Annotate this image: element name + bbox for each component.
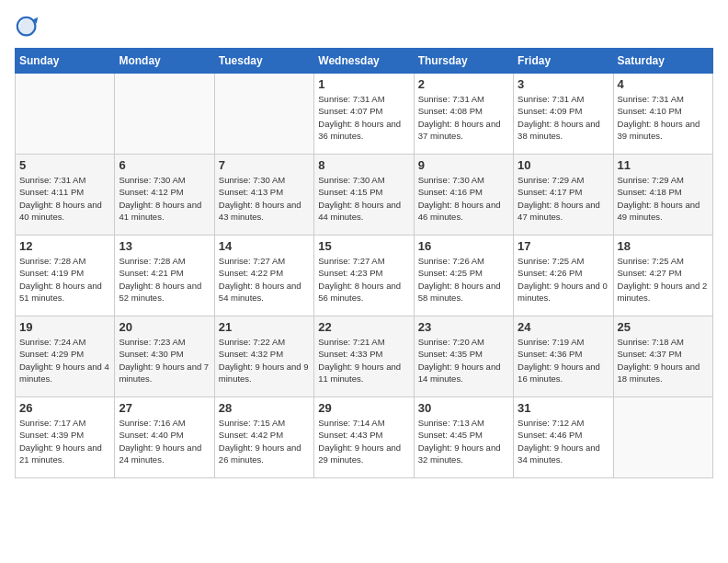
day-number: 23 <box>418 320 509 334</box>
calendar-cell: 25Sunrise: 7:18 AM Sunset: 4:37 PM Dayli… <box>613 316 712 397</box>
day-number: 19 <box>19 320 110 334</box>
calendar-cell: 21Sunrise: 7:22 AM Sunset: 4:32 PM Dayli… <box>214 316 313 397</box>
logo-icon <box>15 15 40 40</box>
column-header-tuesday: Tuesday <box>214 49 313 74</box>
day-number: 16 <box>418 239 509 253</box>
day-info: Sunrise: 7:31 AM Sunset: 4:08 PM Dayligh… <box>418 93 509 142</box>
day-number: 9 <box>418 158 509 172</box>
calendar-cell: 22Sunrise: 7:21 AM Sunset: 4:33 PM Dayli… <box>314 316 414 397</box>
calendar-cell <box>613 397 712 478</box>
calendar-cell: 20Sunrise: 7:23 AM Sunset: 4:30 PM Dayli… <box>115 316 214 397</box>
calendar-table: SundayMondayTuesdayWednesdayThursdayFrid… <box>15 48 713 478</box>
day-number: 11 <box>618 158 709 172</box>
day-info: Sunrise: 7:28 AM Sunset: 4:19 PM Dayligh… <box>19 255 110 304</box>
day-info: Sunrise: 7:14 AM Sunset: 4:43 PM Dayligh… <box>318 417 409 465</box>
day-number: 2 <box>418 77 509 91</box>
calendar-cell: 5Sunrise: 7:31 AM Sunset: 4:11 PM Daylig… <box>16 155 115 236</box>
calendar-cell <box>115 74 214 155</box>
day-info: Sunrise: 7:22 AM Sunset: 4:32 PM Dayligh… <box>219 336 310 385</box>
day-info: Sunrise: 7:21 AM Sunset: 4:33 PM Dayligh… <box>318 336 409 385</box>
calendar-header-row: SundayMondayTuesdayWednesdayThursdayFrid… <box>16 49 713 74</box>
calendar-cell: 29Sunrise: 7:14 AM Sunset: 4:43 PM Dayli… <box>314 397 414 478</box>
day-info: Sunrise: 7:31 AM Sunset: 4:07 PM Dayligh… <box>318 93 409 142</box>
logo <box>15 15 44 40</box>
day-info: Sunrise: 7:30 AM Sunset: 4:13 PM Dayligh… <box>219 174 310 223</box>
calendar-cell: 28Sunrise: 7:15 AM Sunset: 4:42 PM Dayli… <box>214 397 313 478</box>
calendar-cell: 14Sunrise: 7:27 AM Sunset: 4:22 PM Dayli… <box>214 236 313 316</box>
calendar-cell: 13Sunrise: 7:28 AM Sunset: 4:21 PM Dayli… <box>115 236 214 316</box>
day-info: Sunrise: 7:29 AM Sunset: 4:17 PM Dayligh… <box>518 174 609 223</box>
column-header-thursday: Thursday <box>414 49 513 74</box>
day-info: Sunrise: 7:25 AM Sunset: 4:26 PM Dayligh… <box>518 255 609 304</box>
day-number: 3 <box>518 77 609 91</box>
calendar-week-row: 1Sunrise: 7:31 AM Sunset: 4:07 PM Daylig… <box>16 74 713 155</box>
day-number: 25 <box>618 320 709 334</box>
day-number: 31 <box>518 401 609 415</box>
day-number: 12 <box>19 239 110 253</box>
column-header-saturday: Saturday <box>613 49 712 74</box>
day-info: Sunrise: 7:28 AM Sunset: 4:21 PM Dayligh… <box>119 255 210 304</box>
day-number: 13 <box>119 239 210 253</box>
day-number: 26 <box>19 401 110 415</box>
day-number: 10 <box>518 158 609 172</box>
calendar-cell: 26Sunrise: 7:17 AM Sunset: 4:39 PM Dayli… <box>16 397 115 478</box>
calendar-cell: 3Sunrise: 7:31 AM Sunset: 4:09 PM Daylig… <box>514 74 613 155</box>
day-number: 30 <box>418 401 509 415</box>
calendar-cell: 8Sunrise: 7:30 AM Sunset: 4:15 PM Daylig… <box>314 155 414 236</box>
calendar-week-row: 5Sunrise: 7:31 AM Sunset: 4:11 PM Daylig… <box>16 155 713 236</box>
calendar-week-row: 26Sunrise: 7:17 AM Sunset: 4:39 PM Dayli… <box>16 397 713 478</box>
calendar-cell: 18Sunrise: 7:25 AM Sunset: 4:27 PM Dayli… <box>613 236 712 316</box>
day-info: Sunrise: 7:13 AM Sunset: 4:45 PM Dayligh… <box>418 417 509 465</box>
day-number: 21 <box>219 320 310 334</box>
day-number: 27 <box>119 401 210 415</box>
day-info: Sunrise: 7:27 AM Sunset: 4:22 PM Dayligh… <box>219 255 310 304</box>
day-number: 22 <box>318 320 409 334</box>
day-info: Sunrise: 7:24 AM Sunset: 4:29 PM Dayligh… <box>19 336 110 385</box>
day-info: Sunrise: 7:17 AM Sunset: 4:39 PM Dayligh… <box>19 417 110 465</box>
day-info: Sunrise: 7:30 AM Sunset: 4:15 PM Dayligh… <box>318 174 409 223</box>
calendar-cell: 27Sunrise: 7:16 AM Sunset: 4:40 PM Dayli… <box>115 397 214 478</box>
day-info: Sunrise: 7:31 AM Sunset: 4:11 PM Dayligh… <box>19 174 110 223</box>
calendar-cell: 24Sunrise: 7:19 AM Sunset: 4:36 PM Dayli… <box>514 316 613 397</box>
day-info: Sunrise: 7:20 AM Sunset: 4:35 PM Dayligh… <box>418 336 509 385</box>
calendar-cell: 19Sunrise: 7:24 AM Sunset: 4:29 PM Dayli… <box>16 316 115 397</box>
calendar-cell <box>214 74 313 155</box>
calendar-cell: 11Sunrise: 7:29 AM Sunset: 4:18 PM Dayli… <box>613 155 712 236</box>
calendar-cell <box>16 74 115 155</box>
day-number: 4 <box>618 77 709 91</box>
calendar-cell: 1Sunrise: 7:31 AM Sunset: 4:07 PM Daylig… <box>314 74 414 155</box>
calendar-week-row: 12Sunrise: 7:28 AM Sunset: 4:19 PM Dayli… <box>16 236 713 316</box>
calendar-cell: 2Sunrise: 7:31 AM Sunset: 4:08 PM Daylig… <box>414 74 513 155</box>
day-info: Sunrise: 7:18 AM Sunset: 4:37 PM Dayligh… <box>618 336 709 385</box>
day-number: 8 <box>318 158 409 172</box>
day-info: Sunrise: 7:30 AM Sunset: 4:12 PM Dayligh… <box>119 174 210 223</box>
day-info: Sunrise: 7:31 AM Sunset: 4:09 PM Dayligh… <box>518 93 609 142</box>
day-info: Sunrise: 7:19 AM Sunset: 4:36 PM Dayligh… <box>518 336 609 385</box>
calendar-cell: 31Sunrise: 7:12 AM Sunset: 4:46 PM Dayli… <box>514 397 613 478</box>
calendar-cell: 30Sunrise: 7:13 AM Sunset: 4:45 PM Dayli… <box>414 397 513 478</box>
calendar-cell: 6Sunrise: 7:30 AM Sunset: 4:12 PM Daylig… <box>115 155 214 236</box>
page-header <box>15 15 713 40</box>
calendar-cell: 17Sunrise: 7:25 AM Sunset: 4:26 PM Dayli… <box>514 236 613 316</box>
calendar-cell: 23Sunrise: 7:20 AM Sunset: 4:35 PM Dayli… <box>414 316 513 397</box>
day-info: Sunrise: 7:23 AM Sunset: 4:30 PM Dayligh… <box>119 336 210 385</box>
day-info: Sunrise: 7:25 AM Sunset: 4:27 PM Dayligh… <box>618 255 709 304</box>
calendar-week-row: 19Sunrise: 7:24 AM Sunset: 4:29 PM Dayli… <box>16 316 713 397</box>
day-number: 15 <box>318 239 409 253</box>
day-number: 20 <box>119 320 210 334</box>
calendar-cell: 16Sunrise: 7:26 AM Sunset: 4:25 PM Dayli… <box>414 236 513 316</box>
calendar-cell: 15Sunrise: 7:27 AM Sunset: 4:23 PM Dayli… <box>314 236 414 316</box>
calendar-cell: 7Sunrise: 7:30 AM Sunset: 4:13 PM Daylig… <box>214 155 313 236</box>
day-info: Sunrise: 7:16 AM Sunset: 4:40 PM Dayligh… <box>119 417 210 465</box>
column-header-sunday: Sunday <box>16 49 115 74</box>
day-number: 1 <box>318 77 409 91</box>
day-info: Sunrise: 7:12 AM Sunset: 4:46 PM Dayligh… <box>518 417 609 465</box>
day-info: Sunrise: 7:29 AM Sunset: 4:18 PM Dayligh… <box>618 174 709 223</box>
day-number: 24 <box>518 320 609 334</box>
day-number: 28 <box>219 401 310 415</box>
day-info: Sunrise: 7:31 AM Sunset: 4:10 PM Dayligh… <box>618 93 709 142</box>
calendar-cell: 10Sunrise: 7:29 AM Sunset: 4:17 PM Dayli… <box>514 155 613 236</box>
day-number: 6 <box>119 158 210 172</box>
day-info: Sunrise: 7:27 AM Sunset: 4:23 PM Dayligh… <box>318 255 409 304</box>
day-number: 14 <box>219 239 310 253</box>
